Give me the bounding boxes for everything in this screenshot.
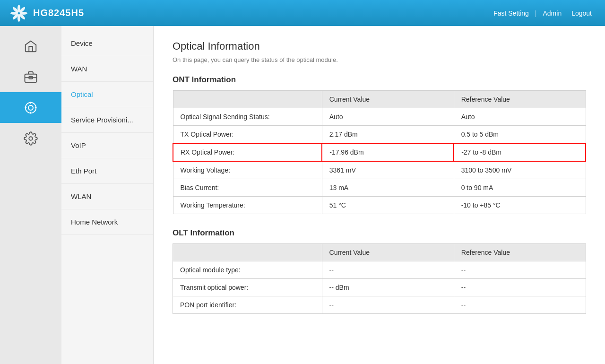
olt-col-reference: Reference Value	[454, 244, 586, 261]
olt-section-title: OLT Information	[173, 228, 586, 238]
ont-row-label: Working Voltage:	[173, 161, 322, 179]
ont-row-reference: 0.5 to 5 dBm	[454, 126, 586, 144]
svg-point-12	[28, 105, 33, 110]
olt-table-row: Optical module type: -- --	[173, 261, 586, 279]
sidebar-service-icon[interactable]	[0, 92, 61, 123]
header: HG8245H5 Fast Setting | Admin Logout	[0, 0, 605, 26]
ont-col-current: Current Value	[322, 91, 454, 108]
svg-point-17	[29, 137, 33, 140]
ont-row-reference: -10 to +85 °C	[454, 197, 586, 214]
logout-link[interactable]: Logout	[568, 9, 596, 17]
ont-row-reference: 0 to 90 mA	[454, 179, 586, 197]
icon-sidebar	[0, 26, 61, 364]
header-nav: Fast Setting | Admin Logout	[490, 9, 596, 17]
admin-link[interactable]: Admin	[539, 9, 565, 17]
nav-device[interactable]: Device	[61, 31, 153, 56]
olt-row-label: PON port identifier:	[173, 296, 322, 314]
olt-table-row: PON port identifier: -- --	[173, 296, 586, 314]
olt-row-reference: --	[454, 296, 586, 314]
ont-row-label: Optical Signal Sending Status:	[173, 108, 322, 126]
olt-row-current: --	[322, 261, 454, 279]
olt-col-label	[173, 244, 322, 261]
olt-row-reference: --	[454, 261, 586, 279]
olt-row-current: --	[322, 296, 454, 314]
nav-optical[interactable]: Optical	[61, 82, 153, 107]
ont-row-label: Working Temperature:	[173, 197, 322, 214]
ont-col-reference: Reference Value	[454, 91, 586, 108]
nav-service-provisioning[interactable]: Service Provisioni...	[61, 107, 153, 133]
ont-col-label	[173, 91, 322, 108]
olt-table-row: Transmit optical power: -- dBm --	[173, 279, 586, 296]
main-layout: Device WAN Optical Service Provisioni...…	[0, 26, 605, 364]
ont-row-reference: 3100 to 3500 mV	[454, 161, 586, 179]
ont-table: Current Value Reference Value Optical Si…	[173, 90, 586, 214]
header-logo: HG8245H5	[9, 4, 84, 23]
main-content: Optical Information On this page, you ca…	[154, 26, 605, 364]
sidebar-home-icon[interactable]	[0, 31, 61, 61]
nav-sidebar: Device WAN Optical Service Provisioni...…	[61, 26, 154, 364]
olt-row-current: -- dBm	[322, 279, 454, 296]
ont-row-current: 3361 mV	[322, 161, 454, 179]
nav-home-network[interactable]: Home Network	[61, 209, 153, 235]
ont-row-current: 13 mA	[322, 179, 454, 197]
page-description: On this page, you can query the status o…	[173, 56, 586, 63]
ont-row-label: Bias Current:	[173, 179, 322, 197]
nav-wlan[interactable]: WLAN	[61, 184, 153, 209]
ont-row-reference: -27 to -8 dBm	[454, 143, 586, 161]
nav-wan[interactable]: WAN	[61, 56, 153, 82]
ont-table-row: Working Temperature: 51 °C -10 to +85 °C	[173, 197, 586, 214]
olt-row-reference: --	[454, 279, 586, 296]
ont-table-row: Bias Current: 13 mA 0 to 90 mA	[173, 179, 586, 197]
ont-table-row: Working Voltage: 3361 mV 3100 to 3500 mV	[173, 161, 586, 179]
page-title: Optical Information	[173, 40, 586, 52]
ont-row-current: 51 °C	[322, 197, 454, 214]
olt-row-label: Transmit optical power:	[173, 279, 322, 296]
ont-section-title: ONT Information	[173, 75, 586, 85]
fast-setting-link[interactable]: Fast Setting	[490, 9, 533, 17]
ont-row-label: TX Optical Power:	[173, 126, 322, 144]
olt-table: Current Value Reference Value Optical mo…	[173, 243, 586, 314]
ont-table-row: RX Optical Power: -17.96 dBm -27 to -8 d…	[173, 143, 586, 161]
ont-row-current: 2.17 dBm	[322, 126, 454, 144]
nav-voip[interactable]: VoIP	[61, 133, 153, 158]
sidebar-briefcase-icon[interactable]	[0, 61, 61, 92]
huawei-logo-icon	[9, 4, 28, 23]
nav-eth-port[interactable]: Eth Port	[61, 158, 153, 184]
sidebar-settings-icon[interactable]	[0, 123, 61, 154]
olt-row-label: Optical module type:	[173, 261, 322, 279]
ont-table-row: Optical Signal Sending Status: Auto Auto	[173, 108, 586, 126]
ont-row-reference: Auto	[454, 108, 586, 126]
svg-rect-8	[25, 74, 37, 82]
app-title: HG8245H5	[33, 8, 84, 18]
svg-point-11	[26, 102, 36, 113]
ont-row-label: RX Optical Power:	[173, 143, 322, 161]
ont-table-row: TX Optical Power: 2.17 dBm 0.5 to 5 dBm	[173, 126, 586, 144]
olt-col-current: Current Value	[322, 244, 454, 261]
ont-row-current: -17.96 dBm	[322, 143, 454, 161]
ont-row-current: Auto	[322, 108, 454, 126]
